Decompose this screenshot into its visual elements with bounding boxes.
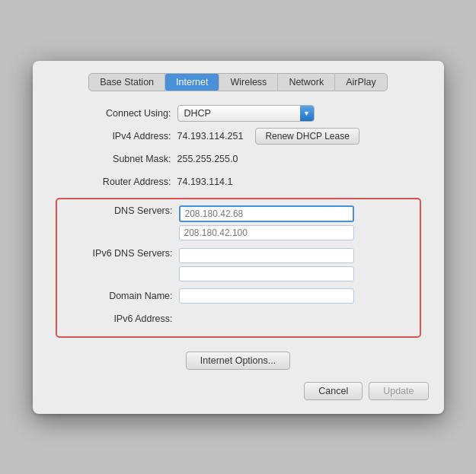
ipv4-value: 74.193.114.251 — [177, 131, 244, 142]
highlighted-section: DNS Servers: IPv6 DNS Servers: Domain Na… — [56, 198, 421, 338]
router-label: Router Address: — [56, 177, 177, 187]
main-dialog: Base Station Internet Wireless Network A… — [33, 61, 444, 414]
domain-label: Domain Name: — [57, 291, 179, 301]
domain-row: Domain Name: — [57, 288, 420, 304]
ipv6-dns-server-1-input[interactable] — [179, 248, 354, 263]
tab-bar: Base Station Internet Wireless Network A… — [88, 73, 388, 91]
tab-airplay[interactable]: AirPlay — [335, 74, 387, 91]
dns-row: DNS Servers: — [57, 204, 420, 240]
tab-network[interactable]: Network — [278, 74, 335, 91]
subnet-value: 255.255.255.0 — [177, 154, 238, 164]
internet-options-button[interactable]: Internet Options... — [186, 352, 290, 370]
tab-base-station[interactable]: Base Station — [89, 74, 165, 91]
update-button[interactable]: Update — [369, 382, 428, 400]
dns-group — [179, 205, 354, 240]
router-row: Router Address: 74.193.114.1 — [56, 173, 421, 190]
router-value: 74.193.114.1 — [177, 177, 233, 187]
connect-using-select[interactable]: DHCP ▼ — [177, 105, 315, 122]
connect-using-value: DHCP — [178, 105, 300, 122]
action-row: Cancel Update — [33, 382, 444, 400]
subnet-label: Subnet Mask: — [56, 154, 177, 164]
subnet-row: Subnet Mask: 255.255.255.0 — [56, 151, 421, 167]
ipv6-dns-server-2-input[interactable] — [179, 266, 354, 282]
tab-wireless[interactable]: Wireless — [219, 74, 278, 91]
domain-name-input[interactable] — [179, 288, 354, 304]
dns-server-1-input[interactable] — [179, 205, 354, 222]
ipv6-address-label: IPv6 Address: — [57, 313, 179, 324]
connect-using-label: Connect Using: — [56, 108, 177, 119]
bottom-area: Internet Options... Cancel Update — [33, 352, 444, 400]
ipv4-row: IPv4 Address: 74.193.114.251 Renew DHCP … — [56, 128, 421, 145]
renew-dhcp-button[interactable]: Renew DHCP Lease — [255, 128, 359, 145]
form-content: Connect Using: DHCP ▼ IPv4 Address: 74.1… — [33, 105, 444, 344]
ipv6-dns-label: IPv6 DNS Servers: — [57, 248, 179, 259]
cancel-button[interactable]: Cancel — [304, 382, 363, 400]
ipv6-dns-row: IPv6 DNS Servers: — [57, 247, 420, 282]
connect-using-arrow-icon[interactable]: ▼ — [300, 106, 314, 121]
tab-internet[interactable]: Internet — [165, 74, 219, 91]
dns-server-2-input[interactable] — [179, 225, 354, 240]
dns-label: DNS Servers: — [57, 205, 179, 216]
connect-using-row: Connect Using: DHCP ▼ — [56, 105, 421, 122]
ipv6-address-row: IPv6 Address: — [57, 310, 420, 327]
ipv4-label: IPv4 Address: — [56, 131, 177, 142]
ipv6-dns-group — [179, 248, 354, 282]
